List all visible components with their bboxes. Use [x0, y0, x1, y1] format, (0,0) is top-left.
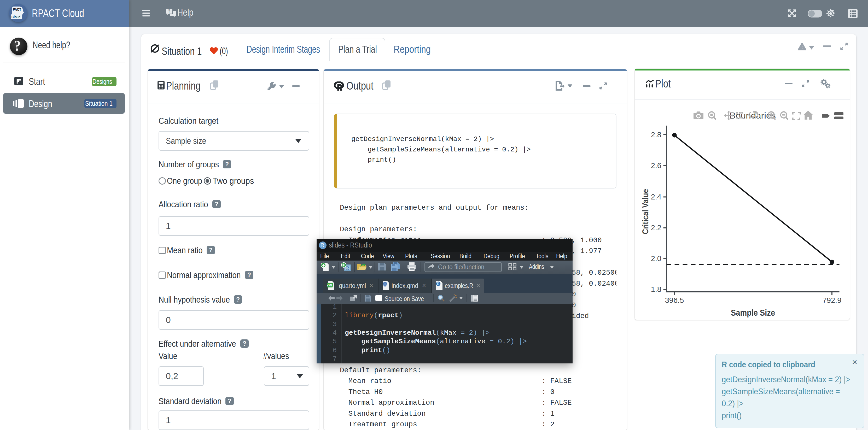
svg-text:Critical Value: Critical Value	[641, 189, 650, 234]
svg-text:396.5: 396.5	[665, 296, 684, 304]
svg-text:R: R	[346, 266, 349, 271]
svg-text:YML: YML	[327, 284, 333, 287]
svg-text:Sample Size: Sample Size	[731, 308, 775, 318]
svg-text:792.9: 792.9	[823, 296, 842, 304]
svg-text:2.0: 2.0	[651, 254, 661, 263]
svg-text:2.2: 2.2	[651, 224, 661, 232]
svg-text:R: R	[437, 282, 440, 286]
svg-text:2.8: 2.8	[651, 130, 661, 139]
svg-text:1.8: 1.8	[651, 285, 661, 293]
svg-text:?: ?	[168, 9, 170, 13]
svg-text:2.4: 2.4	[651, 193, 661, 201]
svg-text:2.6: 2.6	[651, 161, 661, 170]
